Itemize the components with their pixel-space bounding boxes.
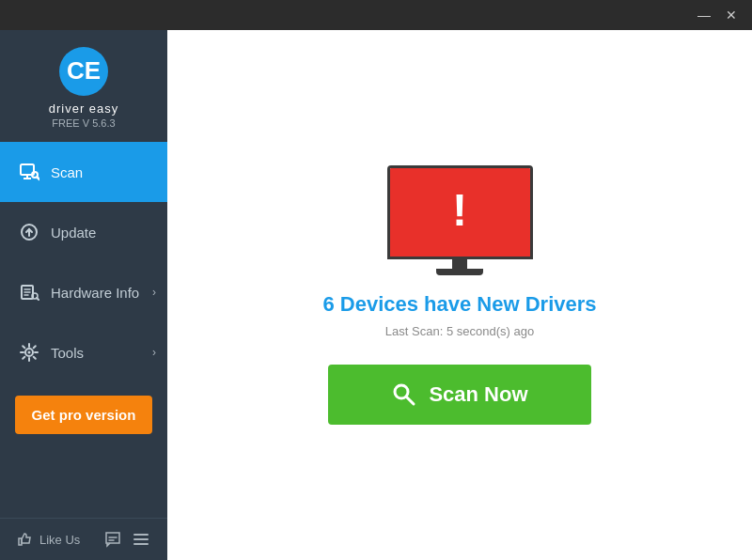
monitor-illustration: ! (387, 165, 533, 273)
update-icon (17, 220, 41, 244)
like-us-button[interactable]: Like Us (17, 531, 80, 548)
monitor-screen: ! (387, 165, 533, 259)
svg-point-16 (28, 351, 31, 354)
sidebar-item-scan[interactable]: Scan (0, 142, 167, 202)
svg-line-22 (34, 357, 36, 359)
hardware-info-icon (17, 280, 41, 304)
scan-now-search-icon (391, 381, 417, 408)
svg-text:CE: CE (67, 56, 101, 85)
sidebar-logo: CE driver easy FREE V 5.6.3 (0, 30, 167, 142)
sidebar-bottom-icons (103, 530, 150, 549)
sidebar-item-hardware-info[interactable]: Hardware Info › (0, 262, 167, 322)
tools-icon (17, 340, 41, 365)
svg-line-14 (37, 298, 39, 300)
scan-icon (17, 160, 41, 184)
sidebar-item-scan-label: Scan (51, 164, 83, 180)
sidebar: CE driver easy FREE V 5.6.3 Scan (0, 30, 167, 560)
sidebar-item-update[interactable]: Update (0, 202, 167, 262)
app-body: CE driver easy FREE V 5.6.3 Scan (0, 30, 752, 560)
get-pro-button[interactable]: Get pro version (15, 396, 152, 434)
title-bar: — ✕ (0, 0, 752, 30)
monitor-stand (387, 259, 533, 275)
scan-now-label: Scan Now (429, 382, 527, 407)
sidebar-item-hardware-info-label: Hardware Info (51, 285, 139, 301)
like-us-label: Like Us (39, 533, 80, 547)
app-version: FREE V 5.6.3 (52, 117, 115, 129)
app-name: driver easy (49, 101, 119, 116)
svg-line-6 (38, 178, 40, 180)
svg-line-24 (23, 357, 24, 359)
sidebar-bottom: Like Us (0, 518, 167, 560)
chat-icon[interactable] (103, 530, 122, 549)
minimize-button[interactable]: — (690, 7, 718, 23)
sidebar-item-tools[interactable]: Tools › (0, 322, 167, 382)
svg-line-31 (407, 397, 415, 405)
devices-count-text: 6 Devices have New Drivers (322, 292, 596, 317)
svg-line-23 (34, 346, 36, 348)
main-content: ! 6 Devices have New Drivers Last Scan: … (167, 30, 752, 560)
app-logo-icon: CE (59, 47, 108, 96)
svg-line-21 (23, 346, 24, 348)
hardware-info-chevron: › (152, 286, 156, 299)
monitor-base (436, 269, 483, 275)
screen-red-bg: ! (390, 168, 530, 257)
last-scan-text: Last Scan: 5 second(s) ago (385, 324, 534, 338)
sidebar-nav: Scan Update (0, 142, 167, 518)
tools-chevron: › (152, 346, 156, 359)
exclamation-mark: ! (452, 188, 467, 233)
like-icon (17, 531, 34, 548)
monitor: ! (387, 165, 533, 273)
scan-now-button[interactable]: Scan Now (328, 365, 591, 425)
monitor-neck (452, 259, 467, 269)
close-button[interactable]: ✕ (718, 7, 744, 23)
menu-icon[interactable] (132, 530, 150, 549)
sidebar-item-update-label: Update (51, 225, 96, 241)
sidebar-item-tools-label: Tools (51, 345, 84, 361)
